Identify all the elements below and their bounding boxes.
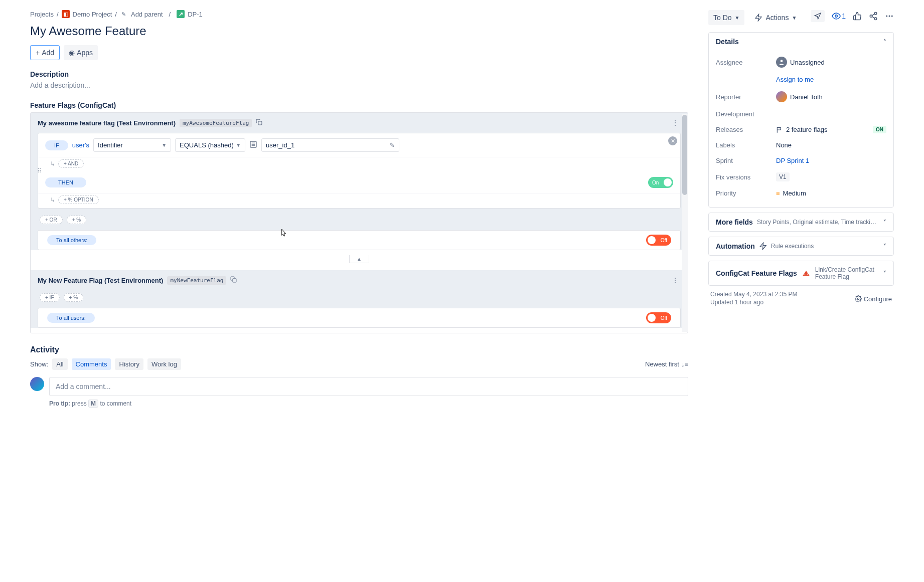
option-sub-row: ↳ + % OPTION — [38, 193, 680, 208]
reporter-value[interactable]: Daniel Toth — [790, 93, 823, 101]
feedback-icon[interactable] — [811, 10, 825, 22]
equals-dropdown[interactable]: EQUALS (hashed)▼ — [175, 138, 245, 152]
priority-value[interactable]: Medium — [783, 189, 806, 197]
more-fields-panel[interactable]: More fieldsStory Points, Original estima… — [708, 213, 894, 232]
edit-icon[interactable]: ✎ — [389, 141, 395, 149]
to-all-others-row: To all others: Off — [38, 230, 681, 250]
more-icon[interactable] — [885, 12, 894, 21]
configcat-icon — [801, 268, 811, 278]
scrollbar[interactable] — [682, 114, 688, 332]
breadcrumb-projects[interactable]: Projects — [30, 11, 54, 18]
then-pill: THEN — [45, 177, 86, 187]
description-placeholder[interactable]: Add a description... — [30, 81, 688, 89]
watch-icon[interactable]: 1 — [832, 12, 846, 21]
page-action-icons: 1 — [811, 10, 894, 22]
svg-point-16 — [781, 60, 783, 62]
development-label: Development — [716, 110, 776, 118]
flag2-title: My New Feature Flag (Test Environment) — [38, 277, 163, 284]
chevron-down-icon: ▼ — [735, 15, 740, 21]
description-label: Description — [30, 70, 688, 78]
user-id-input[interactable]: user_id_1✎ — [261, 138, 399, 152]
activity-section: Activity Show: All Comments History Work… — [30, 345, 688, 407]
assignee-value[interactable]: Unassigned — [790, 59, 825, 66]
add-if-button[interactable]: + IF — [40, 293, 60, 302]
tab-history[interactable]: History — [115, 358, 143, 370]
sprint-value[interactable]: DP Sprint 1 — [776, 157, 809, 164]
breadcrumb-issue-key[interactable]: DP-1 — [188, 11, 203, 18]
labels-value[interactable]: None — [776, 141, 792, 149]
list-icon[interactable] — [249, 140, 257, 150]
copy-icon[interactable] — [230, 276, 237, 284]
chevron-up-icon: ˄ — [883, 39, 886, 45]
flag1-header: My awesome feature flag (Test Environmen… — [31, 113, 688, 133]
flag-icon — [776, 126, 783, 133]
protip: Pro tip: press M to comment — [49, 400, 688, 407]
svg-line-4 — [872, 17, 874, 18]
tab-all[interactable]: All — [52, 358, 67, 370]
identifier-dropdown[interactable]: Identifier▼ — [93, 138, 171, 152]
like-icon[interactable] — [853, 12, 862, 21]
gear-icon — [855, 295, 862, 302]
chevron-down-icon: ▼ — [792, 15, 797, 21]
feature-flags-panel: My awesome feature flag (Test Environmen… — [30, 112, 688, 333]
status-dropdown[interactable]: To Do▼ — [708, 10, 744, 25]
add-pct-button[interactable]: + % — [67, 216, 87, 224]
svg-marker-15 — [755, 14, 761, 21]
show-label: Show: — [30, 360, 48, 368]
add-and-button[interactable]: + AND — [58, 159, 84, 168]
to-all-others-pill: To all others: — [47, 235, 96, 245]
issue-title[interactable]: My Awesome Feature — [30, 24, 688, 38]
details-header[interactable]: Details˄ — [709, 33, 893, 51]
tab-worklog[interactable]: Work log — [147, 358, 181, 370]
users-toggle-off[interactable]: Off — [646, 312, 671, 323]
svg-point-3 — [874, 18, 877, 20]
and-sub-row: ↳ + AND — [38, 157, 680, 172]
scroll-thumb[interactable] — [682, 115, 687, 195]
project-icon: ◧ — [62, 10, 70, 18]
chevron-down-icon: ˅ — [883, 219, 886, 226]
assign-to-me-link[interactable]: Assign to me — [776, 76, 814, 83]
flag1-rule: ✕ ⠿ IF user's Identifier▼ EQUALS (hashed… — [38, 133, 681, 209]
releases-value[interactable]: 2 feature flags — [786, 126, 827, 133]
close-icon[interactable]: ✕ — [668, 136, 677, 145]
flag-card-2: My New Feature Flag (Test Environment) m… — [31, 270, 688, 328]
configcat-panel[interactable]: ConfigCat Feature FlagsLink/Create Confi… — [708, 261, 894, 286]
automation-panel[interactable]: AutomationRule executions˅ — [708, 237, 894, 256]
then-toggle-on[interactable]: On — [648, 177, 673, 188]
issue-type-icon: ↗ — [177, 10, 185, 18]
bolt-icon — [754, 14, 762, 22]
kebab-icon[interactable]: ⋮ — [670, 117, 681, 129]
drag-handle-icon[interactable]: ⠿ — [37, 167, 42, 174]
sort-newest[interactable]: Newest first↓≡ — [645, 360, 688, 368]
actions-dropdown[interactable]: Actions▼ — [749, 10, 802, 25]
add-or-button[interactable]: + OR — [40, 216, 63, 224]
apps-button[interactable]: ◉Apps — [64, 45, 98, 60]
svg-point-0 — [835, 15, 838, 18]
flag1-if-row: IF user's Identifier▼ EQUALS (hashed)▼ u… — [38, 133, 680, 157]
breadcrumb-demo[interactable]: Demo Project — [73, 11, 112, 18]
activity-tabs: Show: All Comments History Work log Newe… — [30, 358, 688, 370]
breadcrumb-add-parent[interactable]: Add parent — [131, 11, 163, 18]
add-option-button[interactable]: + % OPTION — [58, 196, 99, 204]
collapse-button[interactable]: ▲ — [349, 255, 369, 263]
comment-input[interactable]: Add a comment... — [49, 377, 688, 396]
tab-comments[interactable]: Comments — [72, 358, 111, 370]
svg-rect-9 — [258, 121, 262, 125]
svg-marker-17 — [760, 243, 766, 249]
kebab-icon[interactable]: ⋮ — [670, 274, 681, 286]
copy-icon[interactable] — [256, 119, 262, 127]
add-pct-button[interactable]: + % — [64, 293, 84, 302]
to-all-users-pill: To all users: — [47, 313, 95, 323]
cursor-icon — [281, 229, 287, 237]
others-toggle-off[interactable]: Off — [646, 235, 671, 246]
unassigned-avatar-icon — [776, 57, 787, 68]
configure-button[interactable]: Configure — [855, 295, 892, 303]
chevron-down-icon: ▼ — [236, 142, 241, 148]
to-all-users-row: To all users: Off — [38, 308, 681, 328]
add-button[interactable]: +Add — [30, 45, 60, 60]
svg-point-7 — [889, 16, 890, 17]
fix-value[interactable]: V1 — [776, 172, 790, 181]
share-icon[interactable] — [869, 12, 878, 21]
svg-point-20 — [857, 298, 859, 300]
priority-label: Priority — [716, 189, 776, 197]
